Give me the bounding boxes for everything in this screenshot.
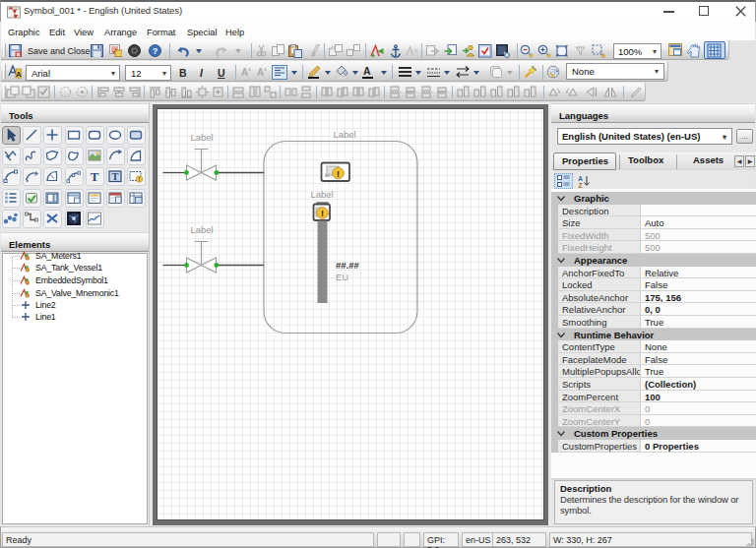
svg-text:A: A (578, 175, 583, 182)
svg-text:?: ? (153, 46, 158, 56)
svg-text:!: ! (139, 176, 141, 182)
svg-text:!: ! (321, 209, 324, 218)
svg-text:T: T (111, 171, 118, 182)
svg-text:!: ! (337, 169, 340, 179)
svg-text:Z: Z (579, 182, 583, 189)
svg-text:T: T (91, 169, 99, 184)
svg-text:A: A (16, 70, 22, 79)
